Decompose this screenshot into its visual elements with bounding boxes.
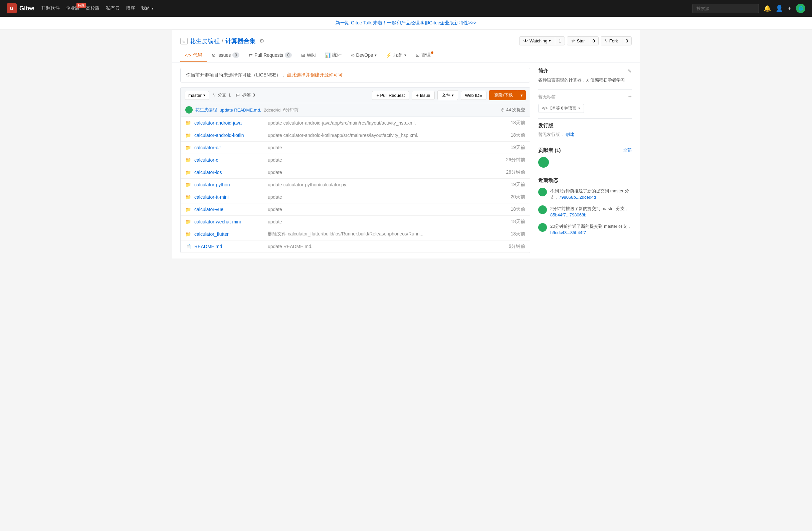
activity-avatar bbox=[538, 205, 547, 214]
watching-count-button[interactable]: 1 bbox=[555, 37, 565, 45]
sidebar-divider-3 bbox=[538, 143, 632, 143]
nav-opensource[interactable]: 开源软件 bbox=[41, 5, 60, 11]
file-button[interactable]: 文件 ▾ bbox=[437, 90, 458, 100]
license-link[interactable]: 点此选择并创建开源许可可 bbox=[287, 72, 343, 77]
tab-devops[interactable]: ∞ DevOps ▾ bbox=[346, 49, 381, 62]
branch-icon: ⑂ bbox=[213, 92, 216, 98]
star-button[interactable]: ☆ Star bbox=[567, 37, 589, 45]
avatar[interactable]: 🌐 bbox=[796, 4, 805, 13]
watching-button[interactable]: 👁 Watching ▾ bbox=[519, 37, 555, 45]
file-btn-dropdown-icon: ▾ bbox=[452, 93, 454, 98]
tab-stats[interactable]: 📊 统计 bbox=[320, 49, 346, 62]
watching-label: Watching bbox=[530, 39, 548, 43]
clone-dropdown-button[interactable]: ▾ bbox=[518, 90, 526, 100]
file-commit-msg: update bbox=[261, 170, 498, 175]
nav-private[interactable]: 私有云 bbox=[106, 5, 120, 11]
sidebar-edit-icon[interactable]: ✎ bbox=[628, 69, 632, 74]
code-tab-icon: </> bbox=[185, 53, 191, 58]
nav-university[interactable]: 高校版 bbox=[86, 5, 100, 11]
activity-link[interactable]: h9cdc43...85b44f7 bbox=[550, 230, 586, 235]
file-browser: master ▾ ⑂ 分支 1 🏷 标签 0 bbox=[180, 87, 530, 253]
sidebar-tag-section: 暂无标签 + bbox=[538, 94, 632, 101]
lang-badge[interactable]: </> C# 等 6 种语言 ▾ bbox=[538, 104, 584, 113]
user-icon[interactable]: 👤 bbox=[775, 5, 783, 12]
repo-header: ⊞ 花生皮编程 / 计算器合集 ⚙ 👁 Watching ▾ 1 ☆ Star bbox=[172, 30, 640, 45]
commit-count-icon: ⏱ bbox=[501, 107, 505, 113]
commit-message[interactable]: update README.md. bbox=[220, 107, 261, 113]
commit-count-area[interactable]: ⏱ 44 次提交 bbox=[501, 107, 525, 113]
fork-count-button[interactable]: 0 bbox=[622, 37, 632, 45]
branch-selector[interactable]: master ▾ bbox=[185, 91, 209, 100]
sidebar-tag-add-icon[interactable]: + bbox=[628, 94, 632, 101]
sidebar-create-release[interactable]: 创建 bbox=[566, 132, 574, 137]
commit-hash[interactable]: 2dced4d bbox=[264, 107, 280, 113]
issues-tab-icon: ⊙ bbox=[212, 53, 216, 58]
nav-mine[interactable]: 我的 ▾ bbox=[141, 5, 154, 11]
folder-name[interactable]: calculator-android-java bbox=[194, 120, 261, 126]
main-layout: 你当前开源项目尚未选择许可证（LICENSE）， 点此选择并创建开源许可可 ma… bbox=[172, 62, 640, 258]
bell-icon[interactable]: 🔔 bbox=[764, 5, 771, 12]
repo-name[interactable]: 计算器合集 bbox=[226, 37, 256, 45]
fork-label: Fork bbox=[609, 39, 618, 43]
folder-name[interactable]: calculator-android-kotlin bbox=[194, 133, 261, 138]
nav-blog[interactable]: 博客 bbox=[126, 5, 135, 11]
issue-button[interactable]: + Issue bbox=[412, 91, 434, 100]
file-commit-msg: update calculator-android-java/app/src/m… bbox=[261, 120, 498, 126]
activity-link[interactable]: 798068b...2dced4d bbox=[559, 195, 596, 200]
repo-owner[interactable]: 花生皮编程 bbox=[190, 37, 220, 45]
logo[interactable]: G Gitee bbox=[7, 3, 34, 13]
commit-row: 花生皮编程 update README.md. 2dced4d 6分钟前 ⏱ 4… bbox=[180, 103, 530, 117]
commit-author[interactable]: 花生皮编程 bbox=[195, 107, 217, 113]
folder-name[interactable]: calculator-tt-mini bbox=[194, 195, 261, 200]
tab-stats-label: 统计 bbox=[332, 52, 342, 58]
repo-type-icon: ⊞ bbox=[180, 38, 188, 44]
folder-name[interactable]: calculator-c bbox=[194, 157, 261, 163]
sidebar-intro-title: 简介 bbox=[538, 68, 548, 74]
file-row: 📁 calculator_flutter 删除文件 calculator_flu… bbox=[180, 228, 530, 241]
pull-request-button[interactable]: + Pull Request bbox=[372, 91, 409, 100]
manage-tab-icon: ⊡ bbox=[416, 53, 420, 58]
repo-settings-icon[interactable]: ⚙ bbox=[259, 38, 264, 44]
folder-name[interactable]: calculator-python bbox=[194, 182, 261, 187]
nav-enterprise[interactable]: 企业版 特惠 bbox=[66, 5, 80, 11]
file-toolbar: master ▾ ⑂ 分支 1 🏷 标签 0 bbox=[180, 87, 530, 103]
stats-tab-icon: 📊 bbox=[325, 53, 331, 58]
tag-icon: 🏷 bbox=[235, 92, 240, 98]
nav-right: 🔔 👤 + 🌐 bbox=[692, 4, 805, 13]
sidebar-contributors-section: 贡献者 (1) 全部 bbox=[538, 147, 632, 168]
fork-button[interactable]: ⑂ Fork bbox=[601, 37, 622, 45]
tab-wiki[interactable]: ⊞ Wiki bbox=[296, 49, 320, 62]
activity-text: 20分钟前推送了新的提交到 master 分支，h9cdc43...85b44f… bbox=[550, 223, 632, 236]
repo-title-area: ⊞ 花生皮编程 / 计算器合集 ⚙ bbox=[180, 37, 264, 45]
contributors-all-link[interactable]: 全部 bbox=[623, 147, 632, 153]
folder-name[interactable]: calculator-c# bbox=[194, 145, 261, 150]
file-time: 26分钟前 bbox=[498, 169, 525, 175]
folder-name[interactable]: calculator-wechat-mini bbox=[194, 219, 261, 225]
search-input[interactable] bbox=[692, 4, 759, 13]
contributor-avatar-1[interactable] bbox=[538, 157, 549, 168]
webide-button[interactable]: Web IDE bbox=[461, 91, 487, 100]
folder-name[interactable]: calculator_flutter bbox=[194, 231, 261, 237]
star-count-button[interactable]: 0 bbox=[589, 37, 599, 45]
file-row: 📁 calculator-ios update 26分钟前 bbox=[180, 166, 530, 179]
tab-prs[interactable]: ⇄ Pull Requests 0 bbox=[244, 49, 296, 62]
activity-link[interactable]: 85b44f7...798068b bbox=[550, 212, 586, 217]
sidebar-intro-header: 简介 ✎ bbox=[538, 68, 632, 74]
folder-name[interactable]: calculator-ios bbox=[194, 170, 261, 175]
file-name[interactable]: README.md bbox=[194, 244, 261, 249]
activity-avatar bbox=[538, 188, 547, 196]
license-warning-text: 你当前开源项目尚未选择许可证（LICENSE）， bbox=[186, 72, 286, 77]
clone-button[interactable]: 克隆/下载 bbox=[489, 90, 518, 100]
announcement-bar[interactable]: 新一期 Gitee Talk 来啦！一起和产品经理聊聊Gitee企业版新特性>>… bbox=[0, 17, 812, 30]
announcement-text: 新一期 Gitee Talk 来啦！一起和产品经理聊聊Gitee企业版新特性>>… bbox=[336, 20, 476, 25]
folder-icon: 📁 bbox=[185, 157, 191, 163]
nav-links: 开源软件 企业版 特惠 高校版 私有云 博客 我的 ▾ bbox=[41, 5, 685, 11]
tab-service[interactable]: ⚡ 服务 ▾ bbox=[381, 49, 411, 62]
tab-manage[interactable]: ⊡ 管理 bbox=[411, 49, 435, 62]
folder-name[interactable]: calculator-vue bbox=[194, 207, 261, 212]
file-time: 20天前 bbox=[498, 194, 525, 200]
tab-issues[interactable]: ⊙ Issues 0 bbox=[207, 49, 244, 62]
file-commit-msg: 删除文件 calculator_flutter/build/ios/Runner… bbox=[261, 231, 498, 237]
plus-icon[interactable]: + bbox=[788, 5, 791, 12]
tab-code[interactable]: </> 代码 bbox=[180, 49, 207, 62]
